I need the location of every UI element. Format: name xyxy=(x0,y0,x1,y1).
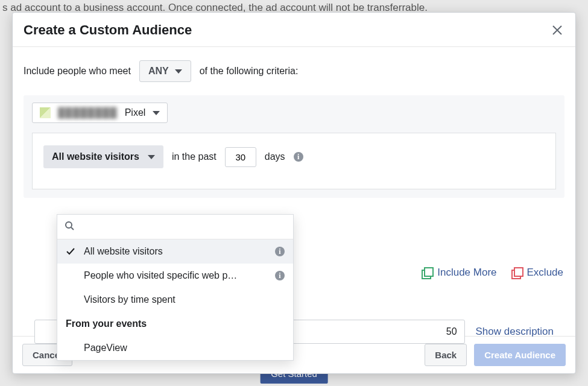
dropdown-search-input[interactable] xyxy=(80,222,286,232)
modal-title: Create a Custom Audience xyxy=(24,22,192,38)
criteria-row: Include people who meet ANY of the follo… xyxy=(24,60,564,82)
visitor-rule-row: All website visitors in the past days i xyxy=(43,145,545,168)
visitor-type-label: All website visitors xyxy=(52,151,139,162)
criteria-box: All website visitors in the past days i xyxy=(32,133,556,189)
exclude-label: Exclude xyxy=(527,267,563,279)
modal-header: Create a Custom Audience xyxy=(13,13,575,47)
create-audience-modal: Create a Custom Audience Include people … xyxy=(12,12,576,374)
match-mode-dropdown[interactable]: ANY xyxy=(139,60,191,82)
dropdown-section-events: From your events xyxy=(57,312,293,336)
modal-body: Include people who meet ANY of the follo… xyxy=(13,47,575,336)
close-icon[interactable] xyxy=(550,23,564,37)
in-the-past-label: in the past xyxy=(172,151,217,162)
svg-line-1 xyxy=(71,227,74,230)
dropdown-option-all-visitors[interactable]: All website visitors i xyxy=(57,239,293,264)
match-mode-label: ANY xyxy=(148,66,169,77)
dropdown-option-label: Visitors by time spent xyxy=(84,294,175,305)
caret-down-icon xyxy=(175,69,182,74)
back-button[interactable]: Back xyxy=(425,344,467,366)
pixel-swatch-icon xyxy=(40,107,51,118)
info-icon[interactable]: i xyxy=(294,152,303,162)
dropdown-option-label: People who visited specific web p… xyxy=(84,270,237,281)
caret-down-icon xyxy=(148,155,155,159)
dropdown-option-label: PageView xyxy=(84,343,127,353)
include-more-label: Include More xyxy=(437,267,496,279)
days-label: days xyxy=(265,151,285,162)
dropdown-search-row xyxy=(57,215,293,239)
days-input[interactable] xyxy=(225,147,256,167)
svg-point-0 xyxy=(66,222,72,228)
criteria-suffix: of the following criteria: xyxy=(200,66,299,77)
info-icon[interactable]: i xyxy=(275,247,285,256)
pixel-selector[interactable]: ████████ Pixel xyxy=(32,103,168,123)
dropdown-option-label: All website visitors xyxy=(84,246,163,257)
include-exclude-row: Include More Exclude xyxy=(422,267,563,279)
include-icon xyxy=(422,267,432,278)
exclude-icon xyxy=(511,267,522,278)
visitor-type-dropdown-panel: All website visitors i People who visite… xyxy=(57,214,294,361)
search-icon xyxy=(65,221,74,233)
create-audience-button[interactable]: Create Audience xyxy=(474,344,566,366)
include-more-link[interactable]: Include More xyxy=(422,267,496,279)
pixel-suffix: Pixel xyxy=(125,107,146,118)
dropdown-option-pageview[interactable]: PageView xyxy=(57,336,293,360)
criteria-prefix: Include people who meet xyxy=(24,66,131,77)
visitor-type-dropdown[interactable]: All website visitors xyxy=(43,145,163,168)
show-description-link[interactable]: Show description xyxy=(476,326,554,338)
rule-block: ████████ Pixel All website visitors in t… xyxy=(24,95,564,198)
dropdown-option-time-spent[interactable]: Visitors by time spent xyxy=(57,288,293,312)
exclude-link[interactable]: Exclude xyxy=(511,267,563,279)
check-icon xyxy=(66,247,75,256)
info-icon[interactable]: i xyxy=(275,271,285,280)
dropdown-option-specific-pages[interactable]: People who visited specific web p… i xyxy=(57,264,293,288)
caret-down-icon xyxy=(153,111,160,115)
pixel-name-obscured: ████████ xyxy=(58,107,118,118)
